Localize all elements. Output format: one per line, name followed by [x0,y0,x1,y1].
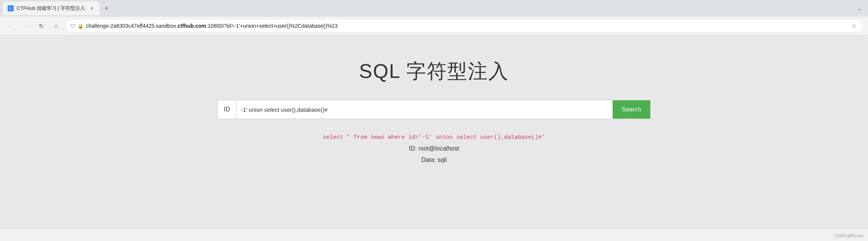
result-area: select * from news where id='-1' union s… [217,134,651,163]
watermark: CSDN @Runno [834,233,863,238]
tab-expand-button[interactable]: ⌄ [854,3,865,14]
tab-title: CTFHub 技能学习 | 字符型注入 [17,5,85,12]
sql-query-text: select * from news where id='-1' union s… [323,134,545,141]
nav-bar: ← → ↻ ⌂ 🛡 🔒 challenge-2a6303c47eff4425.s… [0,17,868,35]
result-data-text: Data: sqli [421,157,447,163]
bookmark-button[interactable]: ☆ [849,21,858,30]
tab-close-button[interactable]: ✕ [88,5,95,12]
new-tab-button[interactable]: + [101,3,112,14]
browser-chrome: C CTFHub 技能学习 | 字符型注入 ✕ + ⌄ ← → ↻ ⌂ 🛡 🔒 … [0,0,868,35]
id-label: ID [218,100,236,119]
id-input[interactable] [236,100,613,119]
address-bar[interactable]: 🛡 🔒 challenge-2a6303c47eff4425.sandbox.c… [65,19,863,33]
forward-button[interactable]: → [20,20,32,32]
home-button[interactable]: ⌂ [50,20,62,32]
tab-bar: C CTFHub 技能学习 | 字符型注入 ✕ + ⌄ [0,0,868,17]
search-form: ID Search [217,100,651,119]
page-inner: SQL 字符型注入 ID Search select * from news w… [217,58,651,163]
security-icon: 🛡 [70,23,75,29]
result-id-text: ID: root@localhost [409,145,459,152]
tab-favicon: C [8,5,14,11]
search-button[interactable]: Search [613,100,650,119]
active-tab[interactable]: C CTFHub 技能学习 | 字符型注入 ✕ [3,2,100,15]
page-content: SQL 字符型注入 ID Search select * from news w… [0,35,868,229]
page-title: SQL 字符型注入 [359,58,509,85]
lock-icon: 🔒 [78,23,84,29]
back-button[interactable]: ← [5,20,17,32]
address-text: challenge-2a6303c47eff4425.sandbox.ctfhu… [86,23,847,29]
refresh-button[interactable]: ↻ [35,20,47,32]
